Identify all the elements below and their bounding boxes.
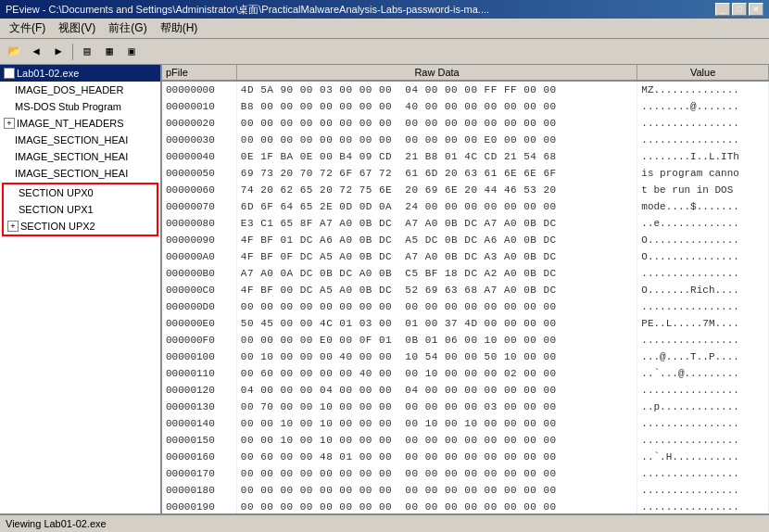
cell-value: ..`.H........... (637, 449, 769, 465)
toolbar-open[interactable]: 📂 (4, 42, 24, 62)
tree-item-section-hea1[interactable]: IMAGE_SECTION_HEAI (0, 132, 160, 148)
tree-item-nt-headers[interactable]: + IMAGE_NT_HEADERS (0, 115, 160, 132)
cell-value: MZ.............. (637, 81, 769, 98)
status-text: Viewing Lab01-02.exe (6, 518, 107, 529)
cell-offset: 00000010 (162, 98, 236, 115)
table-row: 00000010 B8 00 00 00 00 00 00 00 40 00 0… (162, 98, 769, 115)
cell-offset: 00000120 (162, 382, 236, 399)
col-header-value: Value (637, 65, 769, 81)
upx2-expander[interactable]: + (7, 221, 19, 232)
toolbar-back[interactable]: ◀ (26, 42, 46, 62)
table-row: 00000020 00 00 00 00 00 00 00 00 00 00 0… (162, 115, 769, 132)
cell-offset: 00000070 (162, 198, 236, 215)
cell-raw: A7 A0 0A DC 0B DC A0 0B C5 BF 18 DC A2 A… (236, 265, 637, 282)
tree-item-upx1[interactable]: SECTION UPX1 (4, 201, 157, 218)
cell-value: is program canno (637, 165, 769, 182)
cell-raw: 00 00 00 00 00 00 00 00 00 00 00 00 00 0… (236, 465, 637, 482)
cell-offset: 00000100 (162, 348, 236, 365)
cell-offset: 00000030 (162, 132, 236, 148)
cell-value: ................ (637, 298, 769, 315)
tree-item-section-hea2[interactable]: IMAGE_SECTION_HEAI (0, 148, 160, 165)
cell-value: ................ (637, 132, 769, 148)
tree-item-upx2[interactable]: + SECTION UPX2 (4, 218, 157, 234)
close-button[interactable]: ✕ (749, 3, 763, 16)
tree-root-label: Lab01-02.exe (17, 68, 79, 79)
tree-label-upx1: SECTION UPX1 (19, 204, 94, 215)
tree-label-section-hea1: IMAGE_SECTION_HEAI (15, 134, 128, 146)
table-row: 00000140 00 00 10 00 10 00 00 00 00 10 0… (162, 415, 769, 432)
menu-file[interactable]: 文件(F) (4, 19, 51, 38)
table-row: 00000000 4D 5A 90 00 03 00 00 00 04 00 0… (162, 81, 769, 98)
cell-value: ..p............. (637, 399, 769, 415)
cell-value: ..`...@......... (637, 365, 769, 382)
tree-label-dos-stub: MS-DOS Stub Program (15, 101, 121, 112)
cell-value: ................ (637, 465, 769, 482)
maximize-button[interactable]: □ (732, 3, 747, 16)
cell-value: ................ (637, 115, 769, 132)
menu-view[interactable]: 视图(V) (53, 19, 101, 38)
cell-offset: 00000050 (162, 165, 236, 182)
tree-item-dos-header[interactable]: IMAGE_DOS_HEADER (0, 82, 160, 98)
cell-offset: 00000040 (162, 148, 236, 165)
cell-offset: 000000A0 (162, 248, 236, 265)
tree-root[interactable]: - Lab01-02.exe (0, 65, 160, 82)
toolbar-forward[interactable]: ▶ (48, 42, 69, 62)
hex-panel: pFile Raw Data Value 00000000 4D 5A 90 0… (162, 65, 769, 513)
root-expander[interactable]: - (4, 68, 15, 79)
cell-offset: 000000F0 (162, 332, 236, 348)
menu-help[interactable]: 帮助(H) (155, 19, 204, 38)
table-row: 00000170 00 00 00 00 00 00 00 00 00 00 0… (162, 465, 769, 482)
cell-offset: 00000130 (162, 399, 236, 415)
toolbar-btn2[interactable]: ▦ (99, 42, 120, 62)
cell-raw: 00 70 00 00 10 00 00 00 00 00 00 00 03 0… (236, 399, 637, 415)
cell-value: ...@....T..P.... (637, 348, 769, 365)
cell-raw: 00 60 00 00 00 00 40 00 00 10 00 00 00 0… (236, 365, 637, 382)
tree-item-section-hea3[interactable]: IMAGE_SECTION_HEAI (0, 165, 160, 182)
toolbar-btn3[interactable]: ▣ (121, 42, 142, 62)
menu-navigate[interactable]: 前往(G) (103, 19, 152, 38)
cell-value: ................ (637, 382, 769, 399)
table-row: 000000B0 A7 A0 0A DC 0B DC A0 0B C5 BF 1… (162, 265, 769, 282)
cell-offset: 00000080 (162, 215, 236, 232)
cell-offset: 00000000 (162, 81, 236, 98)
highlighted-sections-group: SECTION UPX0 SECTION UPX1 + SECTION UPX2 (2, 183, 158, 236)
tree-item-dos-stub[interactable]: MS-DOS Stub Program (0, 98, 160, 115)
table-row: 000000A0 4F BF 0F DC A5 A0 0B DC A7 A0 0… (162, 248, 769, 265)
cell-value: ................ (637, 432, 769, 449)
cell-offset: 00000060 (162, 182, 236, 198)
main-content: - Lab01-02.exe IMAGE_DOS_HEADER MS-DOS S… (0, 65, 769, 513)
cell-offset: 000000E0 (162, 315, 236, 332)
nt-expander[interactable]: + (4, 118, 15, 129)
cell-raw: 0E 1F BA 0E 00 B4 09 CD 21 B8 01 4C CD 2… (236, 148, 637, 165)
table-row: 00000050 69 73 20 70 72 6F 67 72 61 6D 2… (162, 165, 769, 182)
table-row: 00000060 74 20 62 65 20 72 75 6E 20 69 6… (162, 182, 769, 198)
cell-raw: 69 73 20 70 72 6F 67 72 61 6D 20 63 61 6… (236, 165, 637, 182)
cell-value: ........I..L.ITh (637, 148, 769, 165)
toolbar-btn1[interactable]: ▤ (77, 42, 97, 62)
table-row: 000000D0 00 00 00 00 00 00 00 00 00 00 0… (162, 298, 769, 315)
cell-offset: 00000140 (162, 415, 236, 432)
tree-label-upx0: SECTION UPX0 (19, 187, 94, 198)
cell-raw: 00 00 00 00 00 00 00 00 00 00 00 00 00 0… (236, 482, 637, 499)
cell-raw: 00 00 00 00 E0 00 0F 01 0B 01 06 00 10 0… (236, 332, 637, 348)
cell-value: O............... (637, 248, 769, 265)
cell-value: ........@....... (637, 98, 769, 115)
cell-value: t be run in DOS (637, 182, 769, 198)
cell-value: PE..L.....7M.... (637, 315, 769, 332)
table-row: 00000090 4F BF 01 DC A6 A0 0B DC A5 DC 0… (162, 232, 769, 248)
cell-raw: 50 45 00 00 4C 01 03 00 01 00 37 4D 00 0… (236, 315, 637, 332)
table-row: 00000080 E3 C1 65 8F A7 A0 0B DC A7 A0 0… (162, 215, 769, 232)
title-bar: PEview - C:\Documents and Settings\Admin… (0, 0, 769, 19)
cell-raw: 00 00 10 00 10 00 00 00 00 10 00 10 00 0… (236, 415, 637, 432)
tree-item-upx0[interactable]: SECTION UPX0 (4, 184, 157, 201)
minimize-button[interactable]: _ (715, 3, 730, 16)
cell-offset: 00000170 (162, 465, 236, 482)
cell-raw: 00 00 00 00 00 00 00 00 00 00 00 00 00 0… (236, 298, 637, 315)
cell-offset: 00000150 (162, 432, 236, 449)
cell-value: mode....$....... (637, 198, 769, 215)
cell-value: ................ (637, 482, 769, 499)
cell-offset: 00000190 (162, 499, 236, 513)
cell-raw: 00 00 00 00 00 00 00 00 00 00 00 00 00 0… (236, 115, 637, 132)
tree-label-nt-headers: IMAGE_NT_HEADERS (17, 118, 124, 129)
cell-raw: 00 10 00 00 00 40 00 00 10 54 00 00 50 1… (236, 348, 637, 365)
